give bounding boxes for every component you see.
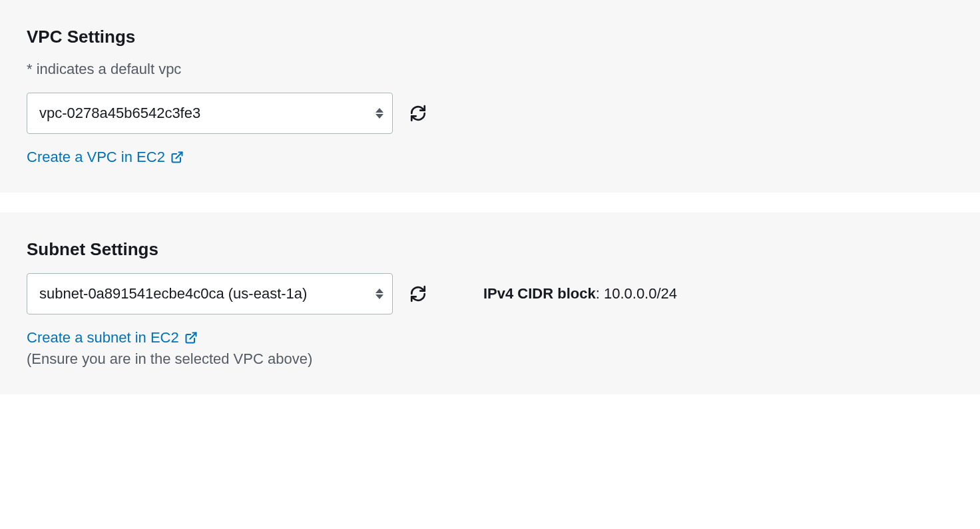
svg-line-0: [176, 153, 182, 159]
vpc-settings-title: VPC Settings: [27, 27, 953, 47]
cidr-value: 10.0.0.0/24: [604, 285, 677, 302]
create-vpc-link-text: Create a VPC in EC2: [27, 149, 165, 166]
subnet-refresh-button[interactable]: [409, 284, 427, 303]
subnet-select-group: subnet-0a891541ecbe4c0ca (us-east-1a): [27, 273, 427, 314]
subnet-select-wrap: subnet-0a891541ecbe4c0ca (us-east-1a): [27, 273, 393, 314]
external-link-icon: [170, 151, 184, 164]
vpc-refresh-button[interactable]: [409, 104, 427, 123]
subnet-select-row: subnet-0a891541ecbe4c0ca (us-east-1a) IP…: [27, 273, 953, 314]
subnet-note: (Ensure you are in the selected VPC abov…: [27, 350, 953, 368]
subnet-select-value: subnet-0a891541ecbe4c0ca (us-east-1a): [39, 285, 307, 302]
subnet-settings-title: Subnet Settings: [27, 239, 953, 260]
vpc-select-row: vpc-0278a45b6542c3fe3: [27, 93, 953, 134]
svg-line-1: [190, 333, 196, 339]
vpc-default-hint: * indicates a default vpc: [27, 61, 953, 78]
create-vpc-link[interactable]: Create a VPC in EC2: [27, 149, 184, 166]
refresh-icon: [409, 105, 427, 122]
vpc-select-wrap: vpc-0278a45b6542c3fe3: [27, 93, 393, 134]
cidr-colon: :: [596, 285, 604, 302]
cidr-label: IPv4 CIDR block: [483, 285, 596, 302]
refresh-icon: [409, 285, 427, 302]
create-subnet-link-text: Create a subnet in EC2: [27, 329, 179, 346]
subnet-settings-panel: Subnet Settings subnet-0a891541ecbe4c0ca…: [0, 213, 980, 394]
vpc-settings-panel: VPC Settings * indicates a default vpc v…: [0, 0, 980, 193]
subnet-select[interactable]: subnet-0a891541ecbe4c0ca (us-east-1a): [27, 273, 393, 314]
vpc-select-value: vpc-0278a45b6542c3fe3: [39, 105, 200, 122]
create-subnet-link[interactable]: Create a subnet in EC2: [27, 329, 198, 346]
external-link-icon: [184, 331, 198, 344]
cidr-info: IPv4 CIDR block: 10.0.0.0/24: [483, 285, 677, 302]
vpc-select[interactable]: vpc-0278a45b6542c3fe3: [27, 93, 393, 134]
